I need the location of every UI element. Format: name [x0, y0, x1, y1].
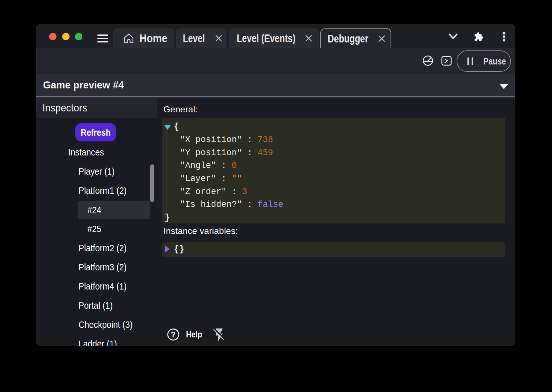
tree-item-checkpoint[interactable]: Checkpoint (3)	[36, 315, 157, 334]
game-preview-header[interactable]: Game preview #4	[36, 74, 515, 96]
refresh-label: Refresh	[81, 127, 111, 138]
chevron-down-icon[interactable]	[448, 33, 458, 40]
tree-item-label: Portal (1)	[78, 300, 113, 311]
sidebar-scrollbar-thumb[interactable]	[150, 164, 154, 202]
json-property-row: "X position" : 738	[162, 133, 505, 147]
json-value: 459	[257, 148, 273, 158]
json-open-brace: {	[174, 122, 179, 132]
json-close-brace-row: }	[162, 211, 505, 224]
json-key: "X position"	[180, 135, 242, 145]
close-window-button[interactable]	[49, 33, 56, 40]
tab-label: Level	[183, 32, 205, 45]
expanded-arrow-icon[interactable]	[164, 125, 171, 130]
tab-level[interactable]: Level	[176, 28, 227, 48]
json-value: 0	[232, 161, 237, 170]
tree-item-label: Instances	[68, 147, 104, 158]
app-window: Home Level Level (Events) Debugger	[36, 24, 515, 346]
tree-item-player[interactable]: Player (1)	[36, 162, 157, 181]
close-tab-icon[interactable]	[305, 35, 312, 42]
collapsed-arrow-icon[interactable]	[165, 245, 170, 253]
close-tab-icon[interactable]	[378, 35, 385, 42]
tree-item-instances[interactable]: Instances	[36, 143, 157, 162]
tab-level-events[interactable]: Level (Events)	[229, 28, 319, 48]
refresh-button[interactable]: Refresh	[75, 123, 116, 141]
json-key: "Angle"	[180, 161, 216, 170]
tree-item-label: Platform3 (2)	[78, 262, 127, 273]
zoom-window-button[interactable]	[75, 33, 82, 40]
json-separator: :	[216, 174, 232, 184]
tree-item-platform1[interactable]: Platform1 (2)	[36, 181, 157, 200]
json-open-brace-row: {	[162, 120, 505, 133]
json-value: ""	[232, 174, 242, 184]
tab-label: Level (Events)	[237, 32, 295, 45]
help-button[interactable]: ? Help	[167, 328, 205, 341]
json-value: 3	[242, 187, 247, 197]
tab-label: Home	[139, 32, 168, 45]
json-property-row: "Is hidden?" : false	[162, 198, 505, 211]
collapse-caret-icon[interactable]	[499, 84, 508, 89]
tree-item-ladder[interactable]: Ladder (1)	[36, 334, 157, 346]
instance-variables-json-view: {}	[162, 242, 505, 257]
general-section-label: General:	[163, 104, 198, 115]
tree-item-platform4[interactable]: Platform4 (1)	[36, 277, 157, 296]
tree-item-portal[interactable]: Portal (1)	[36, 296, 157, 315]
kebab-menu-icon[interactable]	[503, 32, 505, 41]
help-label: Help	[186, 330, 202, 340]
json-property-row: "Angle" : 0	[162, 159, 505, 172]
minimize-window-button[interactable]	[62, 33, 70, 40]
svg-text:?: ?	[171, 330, 175, 339]
flash-off-icon[interactable]	[212, 327, 227, 343]
home-icon	[123, 33, 135, 44]
inspector-tree: Instances Player (1) Platform1 (2) #24 #…	[36, 143, 157, 346]
inspector-sidebar: Inspectors Refresh Instances Player (1) …	[36, 97, 157, 346]
close-tab-icon[interactable]	[215, 35, 222, 42]
general-json-view: { "X position" : 738 "Y position" : 459 …	[162, 118, 505, 223]
json-value: false	[257, 200, 283, 209]
json-property-row: "Layer" : ""	[162, 172, 505, 185]
json-empty-object: {}	[174, 245, 184, 254]
tree-item-label: Checkpoint (3)	[78, 320, 133, 330]
tree-item-label: #24	[87, 205, 101, 215]
pause-icon	[467, 57, 473, 65]
json-separator: :	[242, 148, 257, 158]
tree-item-label: Ladder (1)	[78, 339, 117, 346]
hamburger-menu-icon[interactable]	[97, 34, 108, 42]
debugger-body: Inspectors Refresh Instances Player (1) …	[36, 97, 515, 346]
json-separator: :	[242, 135, 257, 145]
instance-variables-label: Instance variables:	[163, 226, 238, 236]
tree-item-label: Platform4 (1)	[78, 281, 127, 292]
inspectors-header: Inspectors	[36, 97, 157, 118]
json-separator: :	[227, 187, 242, 197]
extension-puzzle-icon[interactable]	[474, 32, 484, 42]
inspectors-title: Inspectors	[42, 102, 87, 114]
title-bar: Home Level Level (Events) Debugger	[36, 24, 515, 48]
inspector-detail-panel: General: { "X position" : 738 "Y positio…	[157, 97, 515, 346]
tree-item-25[interactable]: #25	[36, 219, 157, 238]
help-icon: ?	[167, 328, 179, 341]
json-key: "Z order"	[180, 187, 227, 197]
json-key: "Y position"	[180, 148, 242, 158]
tree-item-24[interactable]: #24	[78, 201, 150, 219]
tree-item-label: Platform2 (2)	[78, 243, 127, 253]
debugger-toolbar: Pause	[36, 48, 515, 74]
tree-item-label: Player (1)	[78, 166, 115, 177]
speed-limit-icon[interactable]	[422, 55, 434, 67]
json-property-row: "Y position" : 459	[162, 146, 505, 159]
tree-item-platform2[interactable]: Platform2 (2)	[36, 238, 157, 258]
tree-item-label: Platform1 (2)	[78, 185, 127, 196]
tab-label: Debugger	[328, 32, 368, 45]
tab-home[interactable]: Home	[113, 28, 174, 48]
game-preview-title: Game preview #4	[43, 79, 124, 91]
pause-label: Pause	[483, 56, 506, 67]
json-value: 738	[257, 135, 273, 145]
json-close-brace: }	[165, 213, 170, 222]
pause-button[interactable]: Pause	[457, 50, 511, 72]
json-separator: :	[216, 161, 232, 170]
json-property-row: "Z order" : 3	[162, 185, 505, 198]
json-key: "Is hidden?"	[180, 200, 242, 209]
tree-item-label: #25	[87, 224, 101, 234]
json-key: "Layer"	[180, 174, 216, 184]
tab-debugger[interactable]: Debugger	[320, 28, 391, 48]
tree-item-platform3[interactable]: Platform3 (2)	[36, 258, 157, 277]
console-icon[interactable]	[441, 56, 452, 66]
